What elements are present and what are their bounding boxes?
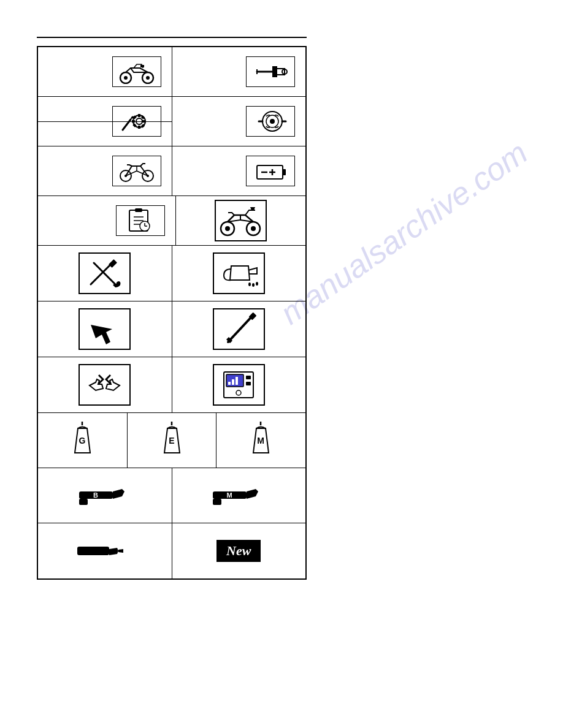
row-9: B M: [38, 468, 305, 523]
motorcycle-icon-box: [112, 56, 161, 87]
svg-rect-66: [213, 499, 221, 505]
oil-can-g-icon: G: [69, 419, 96, 462]
svg-point-38: [225, 226, 230, 231]
motorcycle-icon: [118, 59, 155, 84]
cell-motorcycle-repair: [176, 196, 306, 245]
cell-motorcycle: [38, 47, 172, 96]
svg-rect-29: [135, 208, 142, 212]
svg-rect-9: [138, 126, 140, 129]
svg-rect-63: [79, 499, 88, 505]
cell-arrow-right: [38, 301, 172, 357]
cell-screwdriver-angle: [172, 301, 306, 357]
watering-can-icon: [219, 257, 259, 290]
svg-rect-52: [228, 382, 231, 385]
watermark: manualsarchive.com: [274, 134, 534, 332]
tools-cross-icon: [85, 257, 124, 290]
cell-oil-e: E: [128, 413, 217, 468]
row-10: New: [38, 523, 305, 578]
cell-checklist: [38, 196, 176, 245]
bicycle-icon: [118, 159, 155, 183]
cell-new-label: New: [172, 523, 306, 578]
grease-gun-m-icon: M: [208, 480, 269, 511]
svg-rect-8: [138, 114, 140, 117]
bicycle-icon-box: [112, 156, 161, 186]
svg-text:B: B: [93, 491, 98, 499]
row-8: G E M: [38, 413, 305, 468]
oil-can-e-icon: E: [158, 419, 186, 462]
sub-divider: [38, 121, 172, 122]
svg-rect-50: [246, 376, 251, 379]
svg-text:G: G: [79, 436, 85, 446]
row-4: [38, 196, 305, 246]
cell-micrometer: [172, 47, 306, 96]
svg-rect-4: [140, 65, 144, 67]
cell-grease-m: M: [172, 468, 306, 523]
sealant-icon: [74, 536, 136, 566]
cell-battery: [172, 146, 306, 195]
arrow-right-icon: [85, 313, 124, 346]
svg-point-55: [236, 390, 241, 395]
screwdriver-angle-icon: [219, 313, 259, 346]
cell-oil-m: M: [216, 413, 305, 468]
screwdriver-angle-icon-box: [213, 308, 265, 350]
arrow-right-icon-box: [79, 308, 131, 350]
motorcycle-repair-icon-box: [215, 200, 267, 241]
new-badge: New: [216, 540, 261, 562]
cell-oil-g: G: [38, 413, 128, 468]
cell-filter: [172, 97, 306, 146]
cell-hands-arrows: [38, 357, 172, 412]
oil-can-m-icon: M: [247, 419, 275, 462]
svg-point-18: [270, 119, 275, 124]
tools-cross-icon-box: [79, 252, 131, 294]
svg-text:M: M: [227, 491, 232, 499]
filter-icon: [254, 108, 288, 134]
page: manualsarchive.com: [0, 0, 563, 728]
motorcycle-repair-icon: [218, 204, 262, 238]
meter-device-icon: [219, 367, 259, 403]
svg-rect-24: [283, 169, 286, 175]
hands-arrows-icon: [85, 367, 124, 403]
svg-rect-51: [246, 382, 251, 385]
svg-line-46: [228, 316, 253, 342]
cell-watering-can: [172, 246, 306, 301]
svg-point-3: [146, 76, 150, 80]
watering-can-icon-box: [213, 252, 265, 294]
svg-point-2: [124, 76, 128, 80]
filter-icon-box: [246, 106, 295, 137]
grease-gun-b-icon: B: [74, 480, 136, 511]
row-7: [38, 357, 305, 413]
meter-device-icon-box: [213, 364, 265, 406]
top-rule: [37, 37, 307, 38]
svg-text:E: E: [169, 436, 174, 446]
row-1: [38, 47, 305, 97]
svg-text:M: M: [257, 436, 264, 446]
checklist-icon: [126, 208, 154, 233]
cell-tools-cross: [38, 246, 172, 301]
svg-point-43: [248, 282, 251, 286]
row-3: [38, 146, 305, 196]
hands-arrows-icon-box: [79, 364, 131, 406]
svg-point-39: [251, 226, 256, 231]
micrometer-icon-box: [246, 56, 295, 87]
svg-rect-53: [232, 379, 234, 385]
svg-point-45: [256, 282, 258, 286]
row-5: [38, 246, 305, 301]
cell-sealant: [38, 523, 172, 578]
cell-grease-b: B: [38, 468, 172, 523]
micrometer-icon: [254, 60, 288, 83]
svg-rect-68: [77, 547, 109, 555]
row-6: [38, 301, 305, 357]
battery-icon-box: [246, 156, 295, 186]
battery-icon: [254, 159, 288, 183]
svg-line-40: [91, 263, 112, 284]
checklist-icon-box: [116, 205, 165, 236]
cell-bicycle: [38, 146, 172, 195]
cell-meter-device: [172, 357, 306, 412]
svg-point-44: [252, 283, 255, 287]
cell-wrench-gear: [38, 97, 172, 146]
row-2: [38, 97, 305, 146]
symbols-grid: G E M: [37, 46, 307, 580]
svg-rect-54: [236, 377, 238, 385]
